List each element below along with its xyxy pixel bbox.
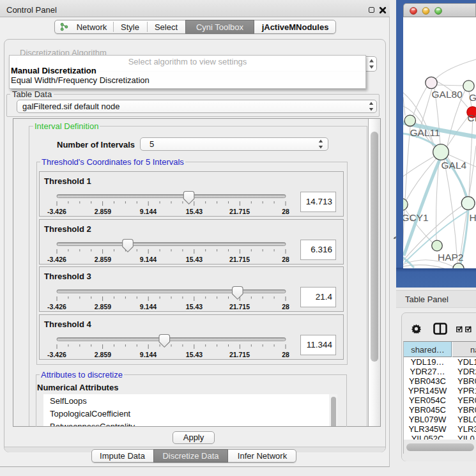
svg-text:GAL11: GAL11 — [410, 127, 440, 138]
svg-text:HAP2: HAP2 — [438, 252, 464, 263]
svg-text:GAL4: GAL4 — [441, 160, 467, 171]
svg-text:GAL1: GAL1 — [469, 92, 476, 103]
svg-text:CD: CD — [468, 112, 476, 123]
svg-text:HI: HI — [470, 212, 476, 223]
svg-text:GCY1: GCY1 — [403, 212, 429, 223]
svg-text:GAL80: GAL80 — [432, 89, 463, 100]
